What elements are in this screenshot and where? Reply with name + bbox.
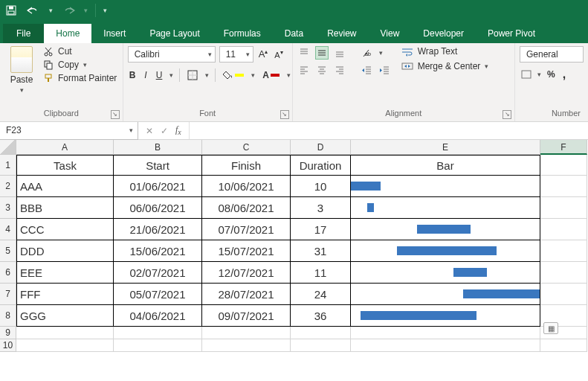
orientation-icon[interactable]: ab [360, 47, 375, 59]
row-header-5[interactable]: 5 [0, 240, 16, 262]
cell-F5[interactable] [540, 240, 587, 262]
cancel-formula-icon[interactable]: ✕ [146, 126, 153, 136]
tab-file[interactable]: File [3, 24, 44, 43]
cell-F6[interactable] [540, 262, 587, 284]
align-top-icon[interactable] [297, 47, 311, 59]
cell-D7[interactable]: 24 [291, 284, 351, 305]
cell-C3[interactable]: 08/06/2021 [202, 197, 291, 219]
cell-F7[interactable] [540, 284, 587, 305]
name-box[interactable]: F23 ▾ [0, 122, 138, 140]
italic-icon[interactable]: I [143, 69, 148, 81]
row-header-8[interactable]: 8 [0, 305, 16, 327]
row-header-7[interactable]: 7 [0, 284, 16, 305]
cell-A10[interactable] [16, 339, 114, 352]
worksheet-grid[interactable]: ABCDEF 12345678910 TaskStartFinishDurati… [0, 140, 588, 352]
cell-B9[interactable] [114, 327, 202, 339]
quick-analysis-icon[interactable]: ▦ [543, 322, 558, 334]
font-name-combo[interactable]: Calibri ▾ [128, 46, 216, 63]
align-right-icon[interactable] [333, 64, 346, 76]
cell-D2[interactable]: 10 [291, 176, 351, 197]
border-icon[interactable] [186, 69, 199, 81]
tab-formulas[interactable]: Formulas [212, 24, 273, 43]
cell-A9[interactable] [16, 327, 114, 339]
cell-B4[interactable]: 21/06/2021 [114, 219, 202, 240]
cell-D8[interactable]: 36 [291, 305, 351, 327]
select-all-corner[interactable] [0, 140, 16, 155]
merge-dropdown[interactable]: ▾ [485, 63, 488, 70]
tab-page-layout[interactable]: Page Layout [138, 24, 211, 43]
cell-A8[interactable]: GGG [16, 305, 114, 327]
font-color-icon[interactable]: A [261, 69, 281, 81]
cell-D6[interactable]: 11 [291, 262, 351, 284]
cell-E6[interactable] [351, 262, 540, 284]
col-header-D[interactable]: D [291, 140, 351, 155]
paste-dropdown[interactable]: ▾ [20, 86, 24, 94]
number-format-combo[interactable]: General [520, 46, 584, 63]
tab-data[interactable]: Data [273, 24, 315, 43]
cell-B1[interactable]: Start [114, 155, 202, 176]
qat-customize-dropdown[interactable]: ▾ [103, 7, 107, 14]
cell-B2[interactable]: 01/06/2021 [114, 176, 202, 197]
undo-dropdown[interactable]: ▾ [49, 7, 53, 14]
align-middle-icon[interactable] [315, 46, 329, 60]
cell-A1[interactable]: Task [16, 155, 114, 176]
format-painter-button[interactable]: Format Painter [43, 73, 117, 83]
align-bottom-icon[interactable] [333, 47, 346, 59]
paste-button[interactable]: Paste [10, 74, 33, 85]
cell-C1[interactable]: Finish [202, 155, 291, 176]
cell-F10[interactable] [540, 339, 587, 352]
cell-A7[interactable]: FFF [16, 284, 114, 305]
cell-E7[interactable] [351, 284, 540, 305]
cell-F1[interactable] [540, 155, 587, 176]
cell-B8[interactable]: 04/06/2021 [114, 305, 202, 327]
tab-power-pivot[interactable]: Power Pivot [476, 24, 547, 43]
cell-D10[interactable] [291, 339, 351, 352]
cell-D9[interactable] [291, 327, 351, 339]
row-header-3[interactable]: 3 [0, 197, 16, 219]
col-header-B[interactable]: B [114, 140, 202, 155]
fill-color-icon[interactable] [222, 70, 245, 80]
col-header-E[interactable]: E [351, 140, 540, 155]
tab-developer[interactable]: Developer [411, 24, 476, 43]
clipboard-launcher[interactable]: ↘ [111, 110, 120, 119]
cell-A5[interactable]: DDD [16, 240, 114, 262]
col-header-C[interactable]: C [202, 140, 291, 155]
cell-C7[interactable]: 28/07/2021 [202, 284, 291, 305]
copy-dropdown[interactable]: ▾ [83, 61, 87, 68]
fx-icon[interactable]: fx [175, 124, 181, 136]
row-header-1[interactable]: 1 [0, 155, 16, 176]
cell-F3[interactable] [540, 197, 587, 219]
tab-insert[interactable]: Insert [91, 24, 138, 43]
cell-D3[interactable]: 3 [291, 197, 351, 219]
tab-view[interactable]: View [369, 24, 412, 43]
bold-icon[interactable]: B [128, 69, 138, 81]
cell-D5[interactable]: 31 [291, 240, 351, 262]
row-header-10[interactable]: 10 [0, 339, 16, 352]
fill-color-dropdown[interactable]: ▾ [251, 71, 255, 79]
cell-D1[interactable]: Duration [291, 155, 351, 176]
cell-C4[interactable]: 07/07/2021 [202, 219, 291, 240]
cell-B3[interactable]: 06/06/2021 [114, 197, 202, 219]
cell-C5[interactable]: 15/07/2021 [202, 240, 291, 262]
cell-E5[interactable] [351, 240, 540, 262]
row-header-6[interactable]: 6 [0, 262, 16, 284]
cell-C6[interactable]: 12/07/2021 [202, 262, 291, 284]
col-header-F[interactable]: F [540, 140, 587, 155]
cell-B5[interactable]: 15/06/2021 [114, 240, 202, 262]
increase-font-icon[interactable]: A▴ [257, 48, 270, 60]
redo-icon[interactable] [60, 4, 77, 16]
underline-dropdown[interactable]: ▾ [169, 71, 173, 79]
cell-D4[interactable]: 17 [291, 219, 351, 240]
border-dropdown[interactable]: ▾ [205, 71, 209, 79]
row-header-9[interactable]: 9 [0, 327, 16, 339]
cell-E3[interactable] [351, 197, 540, 219]
save-icon[interactable] [4, 4, 18, 16]
orientation-dropdown[interactable]: ▾ [379, 49, 383, 57]
cell-C10[interactable] [202, 339, 291, 352]
cell-F2[interactable] [540, 176, 587, 197]
cell-A6[interactable]: EEE [16, 262, 114, 284]
cell-E4[interactable] [351, 219, 540, 240]
cell-A4[interactable]: CCC [16, 219, 114, 240]
col-header-A[interactable]: A [16, 140, 114, 155]
cell-C2[interactable]: 10/06/2021 [202, 176, 291, 197]
